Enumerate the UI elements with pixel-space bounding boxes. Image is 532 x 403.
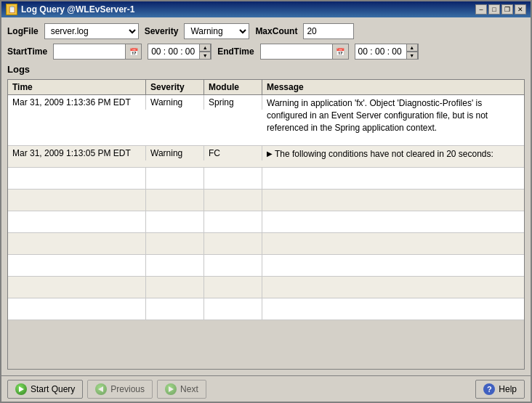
expand-arrow-icon[interactable]: ▶ [267, 149, 273, 159]
cell-module-2: FC [204, 146, 262, 160]
cell-severity-2: Warning [146, 146, 204, 160]
endtime-spin-up[interactable]: ▲ [406, 44, 418, 52]
empty-cell [262, 255, 524, 277]
empty-cell [146, 233, 204, 255]
empty-cell [262, 277, 524, 298]
maxcount-label: MaxCount [255, 26, 297, 36]
start-query-label: Start Query [31, 384, 75, 394]
empty-cell [204, 211, 262, 233]
close-button[interactable]: ✕ [515, 4, 526, 15]
col-header-module: Module [204, 80, 262, 94]
empty-cell [262, 211, 524, 233]
form-row-1: LogFile server.log Severity Warning MaxC… [7, 23, 525, 39]
table-row [8, 298, 524, 320]
next-button[interactable]: Next [157, 380, 206, 399]
svg-marker-2 [169, 386, 174, 392]
endtime-spinner: ▲ ▼ [406, 44, 418, 60]
minimize-button[interactable]: – [475, 4, 487, 15]
cell-severity-1: Warning [146, 95, 204, 110]
start-query-icon [15, 383, 27, 395]
window-title: Log Query @WLEvServer-1 [21, 4, 134, 15]
empty-cell [8, 190, 146, 211]
cell-module-1: Spring [204, 95, 262, 110]
main-window: 📋 Log Query @WLEvServer-1 – □ ❐ ✕ LogFil… [0, 0, 532, 403]
table-row: Mar 31, 2009 1:13:05 PM EDT Warning FC ▶… [8, 146, 524, 168]
table-header: Time Severity Module Message [8, 80, 524, 95]
col-header-severity: Severity [146, 80, 204, 94]
starttime-calendar-button[interactable]: 📅 [126, 44, 142, 60]
logfile-label: LogFile [7, 26, 39, 36]
svg-marker-0 [19, 386, 24, 392]
next-label: Next [180, 384, 198, 394]
severity-select[interactable]: Warning [184, 23, 249, 39]
empty-cell [146, 190, 204, 211]
empty-cell [262, 298, 524, 320]
footer-left: Start Query Previous Next [7, 380, 206, 399]
form-row-2: StartTime 📅 ▲ ▼ EndTime 📅 ▲ [7, 44, 525, 60]
endtime-time-input[interactable] [355, 44, 406, 59]
empty-cell [8, 255, 146, 277]
empty-cell [204, 255, 262, 277]
endtime-calendar-button[interactable]: 📅 [333, 44, 349, 60]
starttime-time-input[interactable] [148, 44, 199, 59]
empty-cell [8, 277, 146, 298]
empty-cell [262, 233, 524, 255]
empty-cell [146, 211, 204, 233]
starttime-date-group: 📅 [53, 44, 142, 60]
maxcount-input[interactable] [303, 23, 354, 39]
empty-cell [8, 168, 146, 190]
empty-cell [204, 277, 262, 298]
empty-cell [146, 277, 204, 298]
starttime-spinner: ▲ ▼ [199, 44, 211, 60]
empty-cell [146, 168, 204, 190]
empty-cell [262, 168, 524, 190]
maximize-button[interactable]: □ [488, 4, 500, 15]
start-query-button[interactable]: Start Query [7, 380, 83, 399]
endtime-date-input[interactable] [260, 44, 333, 60]
table-row: Mar 31, 2009 1:13:36 PM EDT Warning Spri… [8, 95, 524, 146]
table-row [8, 168, 524, 190]
starttime-label: StartTime [7, 46, 47, 57]
starttime-spin-down[interactable]: ▼ [199, 52, 211, 60]
table-row [8, 211, 524, 233]
endtime-spin-down[interactable]: ▼ [406, 52, 418, 60]
cell-message-2: ▶ The following conditions have not clea… [262, 146, 524, 163]
endtime-time-group: ▲ ▼ [355, 44, 419, 60]
empty-cell [204, 233, 262, 255]
table-row [8, 255, 524, 277]
endtime-label: EndTime [217, 46, 254, 57]
next-icon [165, 383, 177, 395]
table-row [8, 190, 524, 211]
title-bar-left: 📋 Log Query @WLEvServer-1 [6, 4, 134, 15]
cell-time-1: Mar 31, 2009 1:13:36 PM EDT [8, 95, 146, 110]
help-button[interactable]: ? Help [475, 380, 525, 399]
help-label: Help [499, 384, 517, 394]
logs-table-container: Time Severity Module Message Mar 31, 200… [7, 79, 525, 370]
cell-message-1: Warning in application 'fx'. Object 'Dia… [262, 95, 524, 136]
endtime-date-group: 📅 [260, 44, 349, 60]
logfile-select[interactable]: server.log [44, 23, 139, 39]
empty-cell [146, 298, 204, 320]
cell-time-2: Mar 31, 2009 1:13:05 PM EDT [8, 146, 146, 160]
col-header-message: Message [262, 80, 524, 94]
help-icon: ? [483, 383, 495, 395]
table-body: Mar 31, 2009 1:13:36 PM EDT Warning Spri… [8, 95, 524, 369]
empty-cell [8, 211, 146, 233]
previous-icon [95, 383, 107, 395]
restore-button[interactable]: ❐ [501, 4, 513, 15]
table-row [8, 277, 524, 298]
title-bar: 📋 Log Query @WLEvServer-1 – □ ❐ ✕ [1, 1, 531, 17]
title-controls: – □ ❐ ✕ [475, 4, 526, 15]
empty-cell [8, 233, 146, 255]
content-area: LogFile server.log Severity Warning MaxC… [1, 17, 531, 375]
empty-cell [204, 168, 262, 190]
window-icon: 📋 [6, 4, 17, 15]
starttime-spin-up[interactable]: ▲ [199, 44, 211, 52]
footer: Start Query Previous Next ? Help [1, 375, 531, 402]
severity-label: Severity [145, 26, 179, 36]
expandable-message: ▶ The following conditions have not clea… [267, 148, 493, 160]
empty-cell [262, 190, 524, 211]
previous-button[interactable]: Previous [87, 380, 153, 399]
starttime-date-input[interactable] [53, 44, 126, 60]
svg-marker-1 [98, 386, 103, 392]
